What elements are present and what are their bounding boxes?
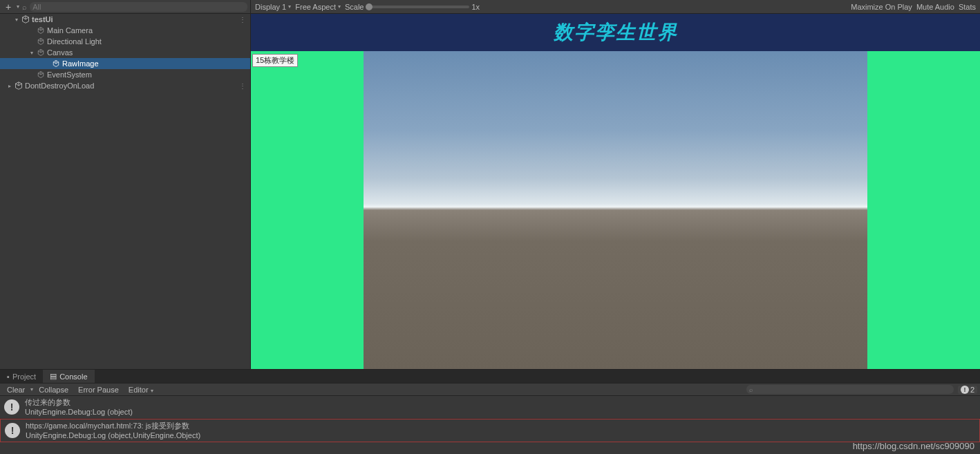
console-log-list: ! 传过来的参数 UnityEngine.Debug:Log (object) … (0, 396, 980, 454)
tree-item-object[interactable]: Main Camera (0, 25, 250, 36)
chevron-down-icon: ▾ (288, 3, 291, 10)
cube-icon (36, 48, 46, 57)
console-icon: ▤ (50, 372, 57, 381)
cube-icon (36, 37, 46, 46)
top-area: + ▾ ⌕ ▾ testUi ⋮ Main Camera Directional… (0, 0, 980, 369)
bottom-area: ▪ Project ▤ Console Clear ▾ Collapse Err… (0, 369, 980, 454)
scene-label-tag[interactable]: 15栋教学楼 (252, 54, 298, 67)
chevron-down-icon: ▾ (151, 388, 153, 394)
tree-label: RawImage (62, 59, 99, 68)
cube-icon (51, 59, 61, 68)
error-pause-toggle[interactable]: Error Pause (74, 385, 123, 395)
log-message: 传过来的参数 (25, 397, 133, 407)
chevron-down-icon[interactable]: ▾ (30, 386, 33, 392)
hierarchy-toolbar: + ▾ ⌕ (0, 0, 250, 14)
scale-slider[interactable] (366, 6, 469, 8)
aspect-dropdown[interactable]: Free Aspect ▾ (295, 3, 341, 11)
game-toolbar: Display 1 ▾ Free Aspect ▾ Scale 1x Maxim… (251, 0, 980, 14)
tree-item-object[interactable]: EventSystem (0, 69, 250, 80)
info-icon: ! (4, 399, 19, 415)
scene-3d-render (364, 51, 906, 369)
hierarchy-search-input[interactable] (30, 2, 247, 12)
log-entry[interactable]: ! 传过来的参数 UnityEngine.Debug:Log (object) (0, 396, 980, 419)
unity-icon (21, 15, 30, 23)
title-text: 数字孪生世界 (554, 19, 678, 46)
display-dropdown[interactable]: Display 1 ▾ (255, 3, 291, 11)
cube-icon (36, 26, 46, 35)
expand-icon[interactable]: ▸ (6, 83, 14, 89)
bottom-tabs: ▪ Project ▤ Console (0, 370, 980, 384)
console-search-input[interactable] (746, 385, 954, 394)
cube-icon (36, 70, 46, 79)
clear-button[interactable]: Clear (3, 385, 29, 395)
game-view: 数字孪生世界 15栋教学楼 (251, 14, 980, 369)
info-count-badge[interactable]: ! 2 (958, 386, 977, 394)
title-banner: 数字孪生世界 (251, 14, 980, 51)
expand-icon[interactable]: ▾ (12, 17, 21, 23)
tree-label: Canvas (47, 48, 73, 57)
tree-item-object[interactable]: Directional Light (0, 36, 250, 47)
log-entry-highlighted[interactable]: ! https://game.local/mychart.html:73: js… (0, 419, 980, 442)
stats-toggle[interactable]: Stats (959, 3, 976, 11)
tree-label: Directional Light (47, 37, 102, 46)
hierarchy-tree: ▾ testUi ⋮ Main Camera Directional Light… (0, 14, 250, 369)
green-panel-right (867, 51, 980, 369)
tree-item-scene[interactable]: ▾ testUi ⋮ (0, 14, 250, 25)
search-icon: ⌕ (749, 386, 753, 393)
log-message: https://game.local/mychart.html:73: js接受… (26, 421, 200, 431)
log-trace: UnityEngine.Debug:Log (object) (25, 407, 133, 417)
tree-label: EventSystem (47, 70, 92, 79)
tree-item-object[interactable]: ▾ Canvas (0, 47, 250, 58)
kebab-icon[interactable]: ⋮ (239, 82, 246, 90)
maximize-toggle[interactable]: Maximize On Play (851, 3, 912, 11)
game-panel: Display 1 ▾ Free Aspect ▾ Scale 1x Maxim… (251, 0, 980, 369)
info-icon: ! (5, 423, 20, 438)
slider-knob[interactable] (366, 3, 373, 10)
hierarchy-panel: + ▾ ⌕ ▾ testUi ⋮ Main Camera Directional… (0, 0, 251, 369)
expand-icon[interactable]: ▾ (28, 50, 36, 56)
mute-toggle[interactable]: Mute Audio (916, 3, 954, 11)
scale-value: 1x (471, 3, 480, 11)
kebab-icon[interactable]: ⋮ (239, 16, 246, 23)
tree-label: testUi (32, 15, 53, 23)
unity-icon (14, 82, 23, 90)
info-icon: ! (961, 386, 969, 394)
scale-control: Scale 1x (345, 3, 480, 11)
console-toolbar: Clear ▾ Collapse Error Pause Editor ▾ ⌕ … (0, 384, 980, 396)
tree-label: Main Camera (47, 26, 93, 35)
folder-icon: ▪ (7, 372, 10, 381)
search-icon: ⌕ (22, 3, 27, 11)
tree-label: DontDestroyOnLoad (25, 82, 94, 90)
editor-dropdown[interactable]: Editor ▾ (124, 385, 158, 395)
tab-console[interactable]: ▤ Console (43, 370, 94, 383)
tab-project[interactable]: ▪ Project (0, 370, 43, 383)
collapse-toggle[interactable]: Collapse (35, 385, 73, 395)
create-button[interactable]: + (3, 1, 14, 12)
tree-item-scene[interactable]: ▸ DontDestroyOnLoad ⋮ (0, 80, 250, 91)
log-trace: UnityEngine.Debug:Log (object,UnityEngin… (26, 431, 200, 440)
create-dropdown-icon[interactable]: ▾ (17, 3, 19, 10)
chevron-down-icon: ▾ (338, 3, 341, 10)
green-panel-left (251, 51, 364, 369)
tree-item-object-selected[interactable]: RawImage (0, 58, 250, 69)
